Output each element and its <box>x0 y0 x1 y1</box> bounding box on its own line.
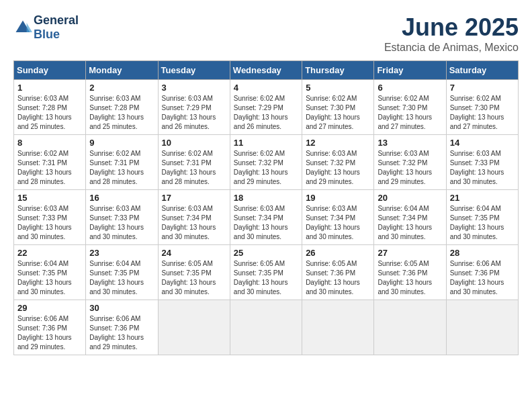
calendar-cell: 13 Sunrise: 6:03 AMSunset: 7:32 PMDaylig… <box>374 135 446 190</box>
calendar-cell <box>158 300 230 355</box>
calendar-cell: 10 Sunrise: 6:02 AMSunset: 7:31 PMDaylig… <box>158 135 230 190</box>
day-header-saturday: Saturday <box>446 61 518 80</box>
calendar-week-4: 22 Sunrise: 6:04 AMSunset: 7:35 PMDaylig… <box>14 245 519 300</box>
day-number: 19 <box>306 193 370 203</box>
month-title: June 2025 <box>384 13 519 42</box>
cell-info: Sunrise: 6:06 AMSunset: 7:36 PMDaylight:… <box>450 259 515 297</box>
calendar-cell: 23 Sunrise: 6:04 AMSunset: 7:35 PMDaylig… <box>86 245 158 300</box>
cell-info: Sunrise: 6:03 AMSunset: 7:28 PMDaylight:… <box>89 94 154 132</box>
location: Estancia de Animas, Mexico <box>384 42 519 54</box>
cell-info: Sunrise: 6:05 AMSunset: 7:36 PMDaylight:… <box>306 259 370 297</box>
cell-info: Sunrise: 6:03 AMSunset: 7:32 PMDaylight:… <box>378 149 442 187</box>
day-number: 16 <box>89 193 154 203</box>
day-number: 17 <box>162 193 226 203</box>
cell-info: Sunrise: 6:02 AMSunset: 7:31 PMDaylight:… <box>162 149 226 187</box>
day-number: 11 <box>234 138 298 148</box>
cell-info: Sunrise: 6:03 AMSunset: 7:33 PMDaylight:… <box>17 204 82 242</box>
logo-text: General <box>34 13 79 28</box>
cell-info: Sunrise: 6:05 AMSunset: 7:35 PMDaylight:… <box>162 259 226 297</box>
cell-info: Sunrise: 6:05 AMSunset: 7:36 PMDaylight:… <box>378 259 442 297</box>
day-number: 20 <box>378 193 442 203</box>
calendar-cell: 2 Sunrise: 6:03 AMSunset: 7:28 PMDayligh… <box>86 80 158 135</box>
cell-info: Sunrise: 6:02 AMSunset: 7:32 PMDaylight:… <box>234 149 298 187</box>
day-number: 12 <box>306 138 370 148</box>
calendar-cell: 5 Sunrise: 6:02 AMSunset: 7:30 PMDayligh… <box>302 80 374 135</box>
calendar-cell: 3 Sunrise: 6:03 AMSunset: 7:29 PMDayligh… <box>158 80 230 135</box>
day-number: 26 <box>306 248 370 258</box>
day-number: 1 <box>17 83 82 93</box>
cell-info: Sunrise: 6:04 AMSunset: 7:34 PMDaylight:… <box>378 204 442 242</box>
day-header-wednesday: Wednesday <box>230 61 302 80</box>
calendar-table: SundayMondayTuesdayWednesdayThursdayFrid… <box>13 60 519 355</box>
calendar-cell: 11 Sunrise: 6:02 AMSunset: 7:32 PMDaylig… <box>230 135 302 190</box>
cell-info: Sunrise: 6:02 AMSunset: 7:30 PMDaylight:… <box>450 94 515 132</box>
calendar-week-5: 29 Sunrise: 6:06 AMSunset: 7:36 PMDaylig… <box>14 300 519 355</box>
calendar-cell: 25 Sunrise: 6:05 AMSunset: 7:35 PMDaylig… <box>230 245 302 300</box>
day-number: 10 <box>162 138 226 148</box>
cell-info: Sunrise: 6:02 AMSunset: 7:31 PMDaylight:… <box>17 149 82 187</box>
day-header-thursday: Thursday <box>302 61 374 80</box>
day-number: 6 <box>378 83 442 93</box>
calendar-week-1: 1 Sunrise: 6:03 AMSunset: 7:28 PMDayligh… <box>14 80 519 135</box>
calendar-cell <box>446 300 518 355</box>
calendar-cell: 24 Sunrise: 6:05 AMSunset: 7:35 PMDaylig… <box>158 245 230 300</box>
cell-info: Sunrise: 6:05 AMSunset: 7:35 PMDaylight:… <box>234 259 298 297</box>
calendar-cell: 7 Sunrise: 6:02 AMSunset: 7:30 PMDayligh… <box>446 80 518 135</box>
calendar-cell: 21 Sunrise: 6:04 AMSunset: 7:35 PMDaylig… <box>446 190 518 245</box>
cell-info: Sunrise: 6:02 AMSunset: 7:31 PMDaylight:… <box>89 149 154 187</box>
cell-info: Sunrise: 6:03 AMSunset: 7:33 PMDaylight:… <box>89 204 154 242</box>
cell-info: Sunrise: 6:04 AMSunset: 7:35 PMDaylight:… <box>17 259 82 297</box>
calendar-cell: 16 Sunrise: 6:03 AMSunset: 7:33 PMDaylig… <box>86 190 158 245</box>
day-number: 15 <box>17 193 82 203</box>
cell-info: Sunrise: 6:03 AMSunset: 7:29 PMDaylight:… <box>162 94 226 132</box>
header: General Blue June 2025 Estancia de Anima… <box>13 13 519 54</box>
day-number: 18 <box>234 193 298 203</box>
logo-icon <box>13 18 32 37</box>
calendar-cell: 4 Sunrise: 6:02 AMSunset: 7:29 PMDayligh… <box>230 80 302 135</box>
day-number: 30 <box>89 303 154 313</box>
day-number: 2 <box>89 83 154 93</box>
calendar-cell <box>230 300 302 355</box>
cell-info: Sunrise: 6:06 AMSunset: 7:36 PMDaylight:… <box>89 314 154 352</box>
day-number: 3 <box>162 83 226 93</box>
day-number: 29 <box>17 303 82 313</box>
cell-info: Sunrise: 6:04 AMSunset: 7:35 PMDaylight:… <box>89 259 154 297</box>
calendar-cell: 6 Sunrise: 6:02 AMSunset: 7:30 PMDayligh… <box>374 80 446 135</box>
cell-info: Sunrise: 6:02 AMSunset: 7:30 PMDaylight:… <box>306 94 370 132</box>
calendar-cell: 19 Sunrise: 6:03 AMSunset: 7:34 PMDaylig… <box>302 190 374 245</box>
logo-subtext: Blue <box>34 28 79 42</box>
calendar-cell: 22 Sunrise: 6:04 AMSunset: 7:35 PMDaylig… <box>14 245 86 300</box>
day-number: 4 <box>234 83 298 93</box>
calendar-cell: 20 Sunrise: 6:04 AMSunset: 7:34 PMDaylig… <box>374 190 446 245</box>
cell-info: Sunrise: 6:04 AMSunset: 7:35 PMDaylight:… <box>450 204 515 242</box>
day-header-friday: Friday <box>374 61 446 80</box>
cell-info: Sunrise: 6:03 AMSunset: 7:34 PMDaylight:… <box>162 204 226 242</box>
calendar-body: 1 Sunrise: 6:03 AMSunset: 7:28 PMDayligh… <box>14 80 519 355</box>
cell-info: Sunrise: 6:02 AMSunset: 7:30 PMDaylight:… <box>378 94 442 132</box>
calendar-week-2: 8 Sunrise: 6:02 AMSunset: 7:31 PMDayligh… <box>14 135 519 190</box>
cell-info: Sunrise: 6:03 AMSunset: 7:34 PMDaylight:… <box>234 204 298 242</box>
day-header-monday: Monday <box>86 61 158 80</box>
day-number: 28 <box>450 248 515 258</box>
cell-info: Sunrise: 6:06 AMSunset: 7:36 PMDaylight:… <box>17 314 82 352</box>
calendar-cell: 18 Sunrise: 6:03 AMSunset: 7:34 PMDaylig… <box>230 190 302 245</box>
day-header-sunday: Sunday <box>14 61 86 80</box>
calendar-cell: 26 Sunrise: 6:05 AMSunset: 7:36 PMDaylig… <box>302 245 374 300</box>
calendar-cell: 29 Sunrise: 6:06 AMSunset: 7:36 PMDaylig… <box>14 300 86 355</box>
logo: General Blue <box>13 13 79 42</box>
day-number: 25 <box>234 248 298 258</box>
day-number: 13 <box>378 138 442 148</box>
day-number: 9 <box>89 138 154 148</box>
calendar-cell: 1 Sunrise: 6:03 AMSunset: 7:28 PMDayligh… <box>14 80 86 135</box>
day-number: 8 <box>17 138 82 148</box>
calendar-cell: 9 Sunrise: 6:02 AMSunset: 7:31 PMDayligh… <box>86 135 158 190</box>
calendar-cell: 12 Sunrise: 6:03 AMSunset: 7:32 PMDaylig… <box>302 135 374 190</box>
svg-marker-1 <box>27 23 32 32</box>
calendar-cell: 17 Sunrise: 6:03 AMSunset: 7:34 PMDaylig… <box>158 190 230 245</box>
day-number: 22 <box>17 248 82 258</box>
cell-info: Sunrise: 6:03 AMSunset: 7:32 PMDaylight:… <box>306 149 370 187</box>
calendar-cell: 15 Sunrise: 6:03 AMSunset: 7:33 PMDaylig… <box>14 190 86 245</box>
day-number: 7 <box>450 83 515 93</box>
calendar-cell <box>374 300 446 355</box>
cell-info: Sunrise: 6:03 AMSunset: 7:33 PMDaylight:… <box>450 149 515 187</box>
